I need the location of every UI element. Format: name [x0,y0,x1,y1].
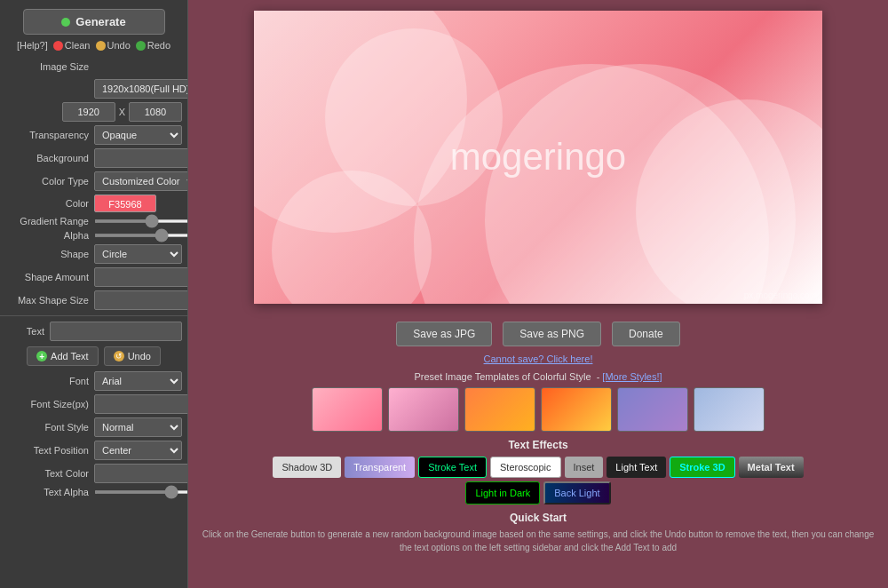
color-type-select[interactable]: Customized Color [94,171,188,191]
alpha-label: Alpha [5,230,94,241]
alpha-slider[interactable] [94,234,188,237]
shape-select[interactable]: Circle [94,244,182,264]
effect-stroke3d-button[interactable]: Stroke 3D [670,457,734,478]
effect-metal-button[interactable]: Metal Text [739,457,804,478]
redo-button[interactable]: Redo [136,40,170,51]
color-label: Color [5,198,94,209]
text-position-select[interactable]: Center [94,441,182,460]
canvas-area: mogeringo px.mogeringo.com [188,0,888,314]
effect-light-button[interactable]: Light Text [607,457,666,478]
color-row: Color F35968 [0,193,187,214]
text-position-label: Text Position [5,445,94,456]
effect-transparent-button[interactable]: Transparent [345,457,415,478]
height-input[interactable] [129,102,182,122]
gradient-range-label: Gradient Range [5,216,94,226]
more-styles-link[interactable]: [More Styles!] [602,371,662,382]
text-position-row: Text Position Center [0,439,187,462]
shape-amount-input[interactable]: 20 [94,267,188,287]
preset-thumb-1[interactable] [312,387,383,432]
background-input[interactable]: FFFFFF [94,148,188,168]
font-style-label: Font Style [5,422,94,433]
image-size-select-row: 1920x1080(Full HD) [0,77,187,100]
undo-top-icon [96,41,106,51]
gradient-range-slider[interactable] [94,219,188,223]
quick-start-text: Click on the Generate button to generate… [199,528,877,554]
help-link[interactable]: [Help?] [17,40,48,51]
font-label: Font [5,376,94,386]
canvas-preview: mogeringo px.mogeringo.com [254,11,822,304]
font-size-label: Font Size(px) [5,399,94,409]
text-effects-section: Text Effects Shadow 3D Transparent Strok… [188,435,888,508]
color-type-label: Color Type [5,176,94,187]
effect-stroke-button[interactable]: Stroke Text [418,457,487,478]
preset-section: Preset Image Templates of Colorful Style… [188,368,888,435]
font-row: Font Arial [0,369,187,393]
effect-backlight-button[interactable]: Back Light [543,481,610,505]
effect-lightdark-button[interactable]: Light in Dark [465,481,540,505]
effect-stereo-button[interactable]: Steroscopic [490,457,560,478]
width-input[interactable] [62,102,115,122]
background-label: Background [5,153,94,163]
canvas-text: mogeringo [450,136,626,179]
save-png-button[interactable]: Save as PNG [503,322,601,346]
add-text-button[interactable]: + Add Text [27,346,99,366]
sidebar: Generate [Help?] Clean Undo Redo Image S… [0,0,188,588]
text-effects-title: Text Effects [199,439,877,451]
preset-thumb-4[interactable] [541,387,612,432]
background-row: Background FFFFFF [0,147,187,170]
text-label: Text [5,326,50,337]
image-size-label: Image Size [5,61,94,72]
max-shape-size-input[interactable]: 700 [94,290,188,310]
text-color-label: Text Color [5,468,94,479]
max-shape-size-label: Max Shape Size [5,295,94,306]
shape-amount-row: Shape Amount 20 [0,266,187,289]
dimensions-row: X [0,100,187,123]
generate-label: Generate [75,15,125,28]
top-controls: [Help?] Clean Undo Redo [0,40,187,51]
preset-thumb-2[interactable] [388,387,459,432]
clean-button[interactable]: Clean [53,40,91,51]
preset-thumb-3[interactable] [464,387,535,432]
gradient-range-row: Gradient Range [0,214,187,228]
font-select[interactable]: Arial [94,371,182,391]
effects-row-1: Shadow 3D Transparent Stroke Text Steros… [199,457,877,478]
generate-button[interactable]: Generate [23,9,165,35]
color-type-row: Color Type Customized Color [0,170,187,193]
add-text-label: Add Text [51,351,89,362]
transparency-row: Transparency Opaque [0,123,187,147]
text-color-row: Text Color FFFFFF [0,462,187,485]
undo-top-button[interactable]: Undo [96,40,131,51]
generate-dot-icon [61,18,70,27]
transparency-select[interactable]: Opaque [94,125,182,145]
transparency-label: Transparency [5,130,94,140]
text-alpha-slider[interactable] [94,490,188,494]
font-style-row: Font Style Normal [0,416,187,439]
undo-text-label: Undo [128,351,151,362]
donate-button[interactable]: Donate [612,322,680,346]
undo-text-button[interactable]: ↺ Undo [104,346,161,366]
add-text-icon: + [36,351,47,362]
effect-shadow3d-button[interactable]: Shadow 3D [273,457,341,478]
font-size-row: Font Size(px) 120 [0,393,187,416]
font-style-select[interactable]: Normal [94,417,182,437]
shape-amount-label: Shape Amount [5,272,94,282]
image-size-select[interactable]: 1920x1080(Full HD) [94,79,188,99]
cannot-save-link[interactable]: Cannot save? Click here! [188,354,888,364]
clean-icon [53,41,63,51]
preset-title: Preset Image Templates of Colorful Style… [199,371,877,382]
quick-start-title: Quick Start [199,512,877,524]
color-preview[interactable]: F35968 [94,195,156,212]
max-shape-size-row: Max Shape Size 700 [0,289,187,312]
preset-thumb-6[interactable] [694,387,765,432]
effect-inset-button[interactable]: Inset [565,457,604,478]
text-color-input[interactable]: FFFFFF [94,464,188,483]
preset-thumbnails [199,387,877,432]
x-separator: X [119,107,125,117]
save-jpg-button[interactable]: Save as JPG [396,322,492,346]
preset-thumb-5[interactable] [617,387,688,432]
redo-icon [136,41,146,51]
text-input[interactable]: mogeringo [50,322,182,341]
image-size-row: Image Size [0,56,187,77]
shape-label: Shape [5,249,94,259]
font-size-input[interactable]: 120 [94,394,188,414]
